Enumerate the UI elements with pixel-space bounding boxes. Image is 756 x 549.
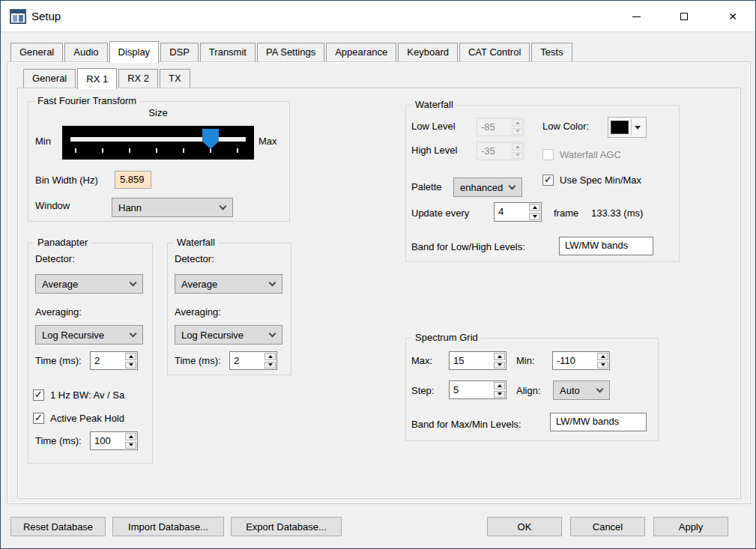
slider-tick [156,148,157,153]
arrow-down-icon [533,215,537,218]
spin-up-button[interactable] [264,353,276,360]
waterfall-group-title: Waterfall [412,99,456,110]
fft-size-slider[interactable] [62,126,254,160]
spin-up-button[interactable] [597,353,608,360]
spin-down-button [512,152,523,160]
ok-button[interactable]: OK [487,517,562,536]
setup-dialog: Setup ✕ General Audio Display DSP Transm… [0,0,756,549]
spin-down-button[interactable] [125,442,136,449]
tab-tests[interactable]: Tests [531,43,572,61]
bin-width-value: 5.859 [115,171,151,189]
cancel-button[interactable]: Cancel [570,517,645,536]
grid-align-combo[interactable]: Auto [553,380,610,400]
tab-keyboard[interactable]: Keyboard [398,43,458,61]
wf-detector-combo[interactable]: Average [175,274,282,294]
update-every-spinner[interactable]: 4 [494,202,542,222]
chevron-down-icon [596,385,604,392]
import-database-button[interactable]: Import Database... [112,517,224,536]
arrow-up-icon [601,355,605,358]
arrow-up-icon [498,384,502,387]
spin-down-button[interactable] [494,362,505,369]
tab-dsp[interactable]: DSP [160,43,199,61]
update-every-label: Update every [411,207,469,219]
spin-up-button[interactable] [494,382,505,389]
slider-thumb[interactable] [202,129,219,149]
wf-averaging-combo[interactable]: Log Recursive [175,325,282,345]
arrow-up-icon [129,355,133,358]
chevron-down-icon [130,279,137,286]
active-peak-hold-checkbox[interactable]: ✓ [33,413,44,424]
grid-step-label: Step: [411,385,434,396]
spectrum-grid-group-title: Spectrum Grid [412,332,481,343]
low-color-label: Low Color: [542,121,589,132]
tab-pa-settings[interactable]: PA Settings [257,43,324,61]
arrow-up-icon [498,355,502,358]
peak-time-label: Time (ms): [35,435,82,446]
peak-time-spinner[interactable]: 100 [90,431,138,450]
chevron-down-icon [509,182,516,189]
arrow-up-icon [533,206,537,209]
color-swatch [611,121,629,134]
spin-up-button[interactable] [494,353,505,360]
wf-time-label: Time (ms): [175,355,221,366]
slider-tick [237,148,238,153]
apply-button[interactable]: Apply [653,517,728,536]
spin-up-button[interactable] [529,204,540,211]
close-button[interactable]: ✕ [716,4,750,29]
tab-general[interactable]: General [10,43,63,61]
spin-up-button[interactable] [125,433,136,440]
reset-database-button[interactable]: Reset Database [10,517,106,536]
arrow-down-icon [129,363,133,366]
high-level-label: High Level [411,145,457,156]
wf-time-spinner[interactable]: 2 [229,351,277,370]
grid-step-spinner[interactable]: 5 [449,380,506,399]
export-database-button[interactable]: Export Database... [231,517,342,536]
low-color-picker[interactable] [608,117,647,138]
pan-time-spinner[interactable]: 2 [90,351,138,370]
arrow-up-icon [515,121,520,124]
maximize-icon [680,13,688,20]
bin-width-label: Bin Width (Hz) [35,175,98,186]
active-peak-hold-label: Active Peak Hold [50,413,124,424]
grid-max-spinner[interactable]: 15 [449,351,506,370]
display-subtabstrip: General RX 1 RX 2 TX [23,67,192,88]
spin-down-button[interactable] [597,362,608,369]
spin-down-button [512,128,523,136]
fft-window-combo[interactable]: Hann [112,198,233,217]
spin-down-button[interactable] [529,213,540,220]
spin-down-button[interactable] [264,362,276,369]
fft-size-label: Size [62,107,254,118]
pan-detector-combo[interactable]: Average [35,274,143,294]
subtab-rx2[interactable]: RX 2 [118,69,158,88]
spin-down-button[interactable] [494,391,505,398]
maximize-button[interactable] [667,4,701,29]
tab-cat-control[interactable]: CAT Control [459,43,530,61]
one-hz-bw-checkbox[interactable]: ✓ [33,389,44,401]
check-icon: ✓ [544,175,552,184]
use-spec-minmax-checkbox[interactable]: ✓ [542,175,554,186]
titlebar[interactable]: Setup ✕ [1,1,755,32]
palette-combo[interactable]: enhanced [453,178,522,197]
minimize-button[interactable] [619,4,653,29]
grid-min-spinner[interactable]: -110 [552,351,610,370]
subtab-rx1[interactable]: RX 1 [77,68,117,89]
minimize-icon [632,16,641,17]
window-title: Setup [31,10,61,22]
subtab-general[interactable]: General [23,69,76,88]
dropdown-arrow-icon [635,126,641,130]
fft-min-label: Min [35,136,51,147]
tab-audio[interactable]: Audio [64,43,107,61]
band-low-high-label: Band for Low/High Levels: [411,241,525,252]
pan-averaging-combo[interactable]: Log Recursive [35,325,143,345]
tab-appearance[interactable]: Appearance [326,43,396,61]
spin-up-button[interactable] [125,353,136,360]
main-tabstrip: General Audio Display DSP Transmit PA Se… [10,40,574,61]
pan-detector-label: Detector: [35,253,75,264]
subtab-tx[interactable]: TX [160,69,190,88]
tab-transmit[interactable]: Transmit [200,43,255,61]
grid-max-label: Max: [411,355,432,366]
arrow-down-icon [498,363,502,366]
tab-display[interactable]: Display [109,41,160,63]
slider-track[interactable] [70,137,246,142]
spin-down-button[interactable] [125,362,136,369]
